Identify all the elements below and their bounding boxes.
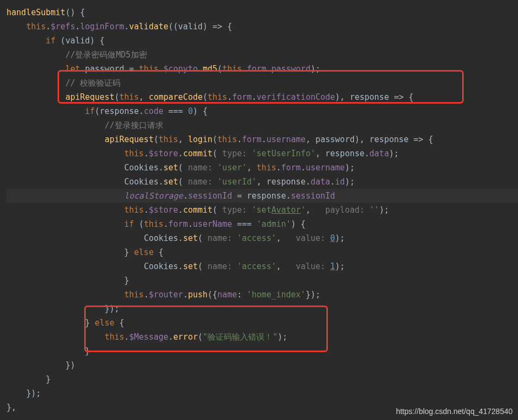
watermark: https://blog.csdn.net/qq_41728540 xyxy=(396,407,513,416)
code-block: handleSubmit() { this.$refs.loginForm.va… xyxy=(0,0,518,415)
